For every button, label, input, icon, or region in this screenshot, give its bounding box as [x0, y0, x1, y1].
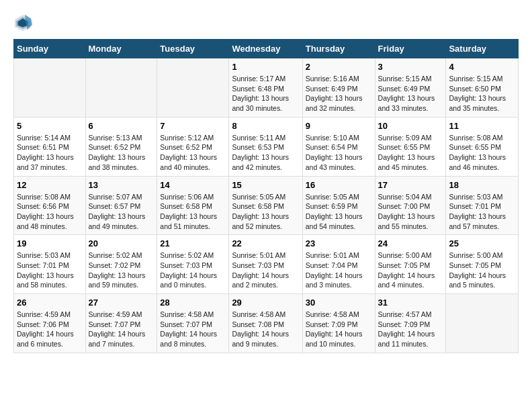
cell-content: Sunrise: 5:03 AMSunset: 7:01 PMDaylight:…	[449, 192, 515, 232]
cell-content: Sunrise: 4:59 AMSunset: 7:06 PMDaylight:…	[17, 310, 83, 349]
day-number: 1	[232, 62, 299, 72]
calendar-cell: 28Sunrise: 4:58 AMSunset: 7:07 PMDayligh…	[157, 294, 229, 353]
cell-content: Sunrise: 4:58 AMSunset: 7:08 PMDaylight:…	[232, 310, 299, 349]
calendar-cell: 15Sunrise: 5:05 AMSunset: 6:58 PMDayligh…	[229, 176, 302, 235]
cell-content: Sunrise: 5:16 AMSunset: 6:49 PMDaylight:…	[306, 74, 372, 113]
calendar-cell: 5Sunrise: 5:14 AMSunset: 6:51 PMDaylight…	[14, 117, 86, 176]
cell-content: Sunrise: 5:12 AMSunset: 6:52 PMDaylight:…	[160, 133, 226, 173]
cell-content: Sunrise: 5:15 AMSunset: 6:49 PMDaylight:…	[378, 74, 443, 113]
cell-content: Sunrise: 5:02 AMSunset: 7:02 PMDaylight:…	[89, 250, 154, 290]
week-row-2: 5Sunrise: 5:14 AMSunset: 6:51 PMDaylight…	[14, 117, 519, 176]
day-number: 13	[89, 180, 154, 190]
day-number: 15	[232, 180, 299, 190]
day-number: 2	[306, 62, 372, 72]
day-number: 19	[17, 238, 83, 248]
calendar-cell: 7Sunrise: 5:12 AMSunset: 6:52 PMDaylight…	[157, 117, 229, 176]
calendar-cell: 31Sunrise: 4:57 AMSunset: 7:09 PMDayligh…	[375, 294, 446, 353]
day-number: 22	[232, 238, 299, 248]
cell-content: Sunrise: 5:08 AMSunset: 6:55 PMDaylight:…	[449, 133, 515, 173]
day-number: 20	[89, 238, 154, 248]
cell-content: Sunrise: 5:02 AMSunset: 7:03 PMDaylight:…	[160, 250, 226, 290]
calendar-cell: 4Sunrise: 5:15 AMSunset: 6:50 PMDaylight…	[446, 58, 519, 118]
header-row: SundayMondayTuesdayWednesdayThursdayFrid…	[14, 40, 519, 58]
cell-content: Sunrise: 5:09 AMSunset: 6:55 PMDaylight:…	[378, 133, 443, 173]
week-row-3: 12Sunrise: 5:08 AMSunset: 6:56 PMDayligh…	[14, 176, 519, 235]
calendar-cell: 23Sunrise: 5:01 AMSunset: 7:04 PMDayligh…	[302, 235, 375, 294]
cell-content: Sunrise: 5:17 AMSunset: 6:48 PMDaylight:…	[232, 74, 299, 113]
cell-content: Sunrise: 5:00 AMSunset: 7:05 PMDaylight:…	[378, 250, 443, 290]
calendar-cell: 6Sunrise: 5:13 AMSunset: 6:52 PMDaylight…	[85, 117, 157, 176]
day-number: 31	[378, 298, 443, 308]
calendar-cell: 24Sunrise: 5:00 AMSunset: 7:05 PMDayligh…	[375, 235, 446, 294]
day-number: 23	[306, 238, 372, 248]
day-number: 28	[160, 298, 226, 308]
calendar-cell: 29Sunrise: 4:58 AMSunset: 7:08 PMDayligh…	[229, 294, 302, 353]
cell-content: Sunrise: 4:58 AMSunset: 7:07 PMDaylight:…	[160, 310, 226, 349]
cell-content: Sunrise: 5:05 AMSunset: 6:59 PMDaylight:…	[306, 192, 372, 232]
day-number: 9	[306, 121, 372, 131]
cell-content: Sunrise: 5:04 AMSunset: 7:00 PMDaylight:…	[378, 192, 443, 232]
header-monday: Monday	[85, 40, 157, 58]
cell-content: Sunrise: 5:06 AMSunset: 6:58 PMDaylight:…	[160, 192, 226, 232]
day-number: 10	[378, 121, 443, 131]
calendar-cell: 12Sunrise: 5:08 AMSunset: 6:56 PMDayligh…	[14, 176, 86, 235]
calendar-cell: 10Sunrise: 5:09 AMSunset: 6:55 PMDayligh…	[375, 117, 446, 176]
header-friday: Friday	[375, 40, 446, 58]
calendar-cell: 26Sunrise: 4:59 AMSunset: 7:06 PMDayligh…	[14, 294, 86, 353]
calendar-cell: 25Sunrise: 5:00 AMSunset: 7:05 PMDayligh…	[446, 235, 519, 294]
day-number: 5	[17, 121, 83, 131]
cell-content: Sunrise: 5:14 AMSunset: 6:51 PMDaylight:…	[17, 133, 83, 173]
calendar-cell	[157, 58, 229, 118]
day-number: 30	[306, 298, 372, 308]
header-wednesday: Wednesday	[229, 40, 302, 58]
cell-content: Sunrise: 5:13 AMSunset: 6:52 PMDaylight:…	[89, 133, 154, 173]
day-number: 26	[17, 298, 83, 308]
day-number: 16	[306, 180, 372, 190]
day-number: 11	[449, 121, 515, 131]
cell-content: Sunrise: 4:58 AMSunset: 7:09 PMDaylight:…	[306, 310, 372, 349]
day-number: 4	[449, 62, 515, 72]
page-header	[13, 13, 519, 32]
calendar-cell: 20Sunrise: 5:02 AMSunset: 7:02 PMDayligh…	[85, 235, 157, 294]
cell-content: Sunrise: 4:59 AMSunset: 7:07 PMDaylight:…	[89, 310, 154, 349]
cell-content: Sunrise: 5:15 AMSunset: 6:50 PMDaylight:…	[449, 74, 515, 113]
calendar-cell: 18Sunrise: 5:03 AMSunset: 7:01 PMDayligh…	[446, 176, 519, 235]
calendar-cell: 22Sunrise: 5:01 AMSunset: 7:03 PMDayligh…	[229, 235, 302, 294]
day-number: 18	[449, 180, 515, 190]
cell-content: Sunrise: 5:07 AMSunset: 6:57 PMDaylight:…	[89, 192, 154, 232]
calendar-cell: 16Sunrise: 5:05 AMSunset: 6:59 PMDayligh…	[302, 176, 375, 235]
calendar-cell: 14Sunrise: 5:06 AMSunset: 6:58 PMDayligh…	[157, 176, 229, 235]
week-row-4: 19Sunrise: 5:03 AMSunset: 7:01 PMDayligh…	[14, 235, 519, 294]
calendar-cell: 9Sunrise: 5:10 AMSunset: 6:54 PMDaylight…	[302, 117, 375, 176]
calendar-cell: 1Sunrise: 5:17 AMSunset: 6:48 PMDaylight…	[229, 58, 302, 118]
calendar-table: SundayMondayTuesdayWednesdayThursdayFrid…	[13, 39, 519, 353]
calendar-cell: 3Sunrise: 5:15 AMSunset: 6:49 PMDaylight…	[375, 58, 446, 118]
calendar-cell: 11Sunrise: 5:08 AMSunset: 6:55 PMDayligh…	[446, 117, 519, 176]
logo	[13, 13, 35, 32]
header-saturday: Saturday	[446, 40, 519, 58]
cell-content: Sunrise: 5:01 AMSunset: 7:04 PMDaylight:…	[306, 250, 372, 290]
day-number: 24	[378, 238, 443, 248]
calendar-cell	[14, 58, 86, 118]
cell-content: Sunrise: 5:11 AMSunset: 6:53 PMDaylight:…	[232, 133, 299, 173]
day-number: 25	[449, 238, 515, 248]
logo-icon	[13, 13, 32, 32]
calendar-cell: 2Sunrise: 5:16 AMSunset: 6:49 PMDaylight…	[302, 58, 375, 118]
day-number: 7	[160, 121, 226, 131]
cell-content: Sunrise: 5:00 AMSunset: 7:05 PMDaylight:…	[449, 250, 515, 290]
header-thursday: Thursday	[302, 40, 375, 58]
header-tuesday: Tuesday	[157, 40, 229, 58]
cell-content: Sunrise: 5:08 AMSunset: 6:56 PMDaylight:…	[17, 192, 83, 232]
day-number: 3	[378, 62, 443, 72]
calendar-cell	[85, 58, 157, 118]
calendar-cell: 17Sunrise: 5:04 AMSunset: 7:00 PMDayligh…	[375, 176, 446, 235]
cell-content: Sunrise: 5:10 AMSunset: 6:54 PMDaylight:…	[306, 133, 372, 173]
cell-content: Sunrise: 5:05 AMSunset: 6:58 PMDaylight:…	[232, 192, 299, 232]
calendar-cell: 21Sunrise: 5:02 AMSunset: 7:03 PMDayligh…	[157, 235, 229, 294]
cell-content: Sunrise: 4:57 AMSunset: 7:09 PMDaylight:…	[378, 310, 443, 349]
calendar-cell: 27Sunrise: 4:59 AMSunset: 7:07 PMDayligh…	[85, 294, 157, 353]
header-sunday: Sunday	[14, 40, 86, 58]
day-number: 6	[89, 121, 154, 131]
calendar-cell: 13Sunrise: 5:07 AMSunset: 6:57 PMDayligh…	[85, 176, 157, 235]
week-row-1: 1Sunrise: 5:17 AMSunset: 6:48 PMDaylight…	[14, 58, 519, 118]
